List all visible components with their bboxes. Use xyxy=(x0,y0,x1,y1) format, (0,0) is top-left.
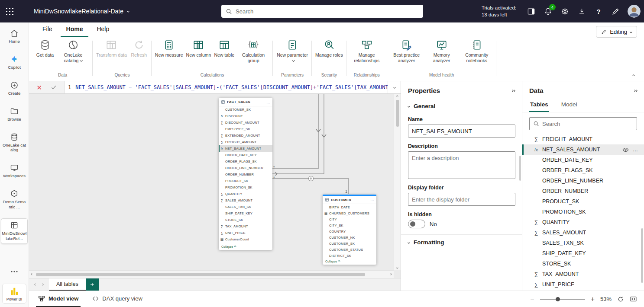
tab-home[interactable]: Home xyxy=(61,22,89,37)
scroll-left-icon[interactable] xyxy=(31,273,33,275)
table-field-row[interactable]: NET_SALES_AMOUNT xyxy=(219,145,272,152)
display-folder-input[interactable] xyxy=(408,193,515,206)
table-field-row[interactable]: SHIP_DATE_KEY xyxy=(219,210,272,217)
refresh-button[interactable]: Refresh xyxy=(129,38,149,58)
table-field-row[interactable]: CUSTOMER_SK xyxy=(219,106,272,113)
model-canvas[interactable]: * * 1 FACT_SALES xyxy=(29,94,401,278)
canvas-horizontal-scrollbar[interactable] xyxy=(29,270,394,278)
transform-data-button[interactable]: Transform data xyxy=(95,38,128,58)
global-search[interactable] xyxy=(221,5,423,18)
new-parameter-button[interactable]: New parameter xyxy=(275,38,310,63)
memory-analyzer-button[interactable]: Memory analyzer xyxy=(424,38,459,63)
sidebar-more-icon[interactable] xyxy=(9,269,19,275)
data-panel-scrollbar[interactable] xyxy=(641,228,643,283)
name-input[interactable] xyxy=(408,125,515,138)
data-field-row[interactable]: PRODUCT_SK xyxy=(522,196,644,207)
table-field-row[interactable]: QUANTITY xyxy=(219,191,272,197)
table-field-row[interactable]: EXTENDED_AMOUNT xyxy=(219,132,272,139)
data-field-row[interactable]: STORE_SK xyxy=(522,259,644,269)
sidebar-item-copilot[interactable]: Copilot xyxy=(1,53,28,72)
sidebar-item-minidw-workspace[interactable]: MiniDwSnowflakeRel... xyxy=(1,218,28,244)
data-search[interactable] xyxy=(529,117,637,130)
user-avatar[interactable] xyxy=(628,5,641,18)
manage-roles-button[interactable]: Manage roles xyxy=(314,38,344,58)
section-formatting[interactable]: Formatting xyxy=(401,235,522,250)
power-bi-app-badge[interactable]: Power BI xyxy=(2,284,26,304)
data-field-row[interactable]: FREIGHT_AMOUNT xyxy=(522,134,644,144)
table-field-row[interactable]: COUNTRY xyxy=(323,228,376,234)
table-field-row[interactable]: BIRTH_DATE xyxy=(323,204,376,210)
table-field-row[interactable]: TAX_AMOUNT xyxy=(219,223,272,230)
get-data-button[interactable]: Get data xyxy=(35,38,55,58)
table-field-row[interactable]: ORDER_NUMBER xyxy=(219,171,272,178)
data-field-row[interactable]: PROMOTION_SK xyxy=(522,207,644,217)
data-field-row[interactable]: NET_SALES_AMOUNT xyxy=(522,144,644,155)
app-launcher-icon[interactable] xyxy=(0,8,19,15)
collapse-panel-icon[interactable] xyxy=(634,90,637,92)
collapse-table-link[interactable]: Collapse xyxy=(323,259,376,265)
is-hidden-toggle[interactable] xyxy=(408,220,425,228)
download-icon[interactable] xyxy=(577,6,586,16)
feedback-icon[interactable] xyxy=(611,6,620,16)
tab-tables[interactable]: Tables xyxy=(529,99,549,112)
sidebar-item-create[interactable]: Create xyxy=(1,79,28,98)
table-header[interactable]: FACT_SALES xyxy=(219,98,272,106)
table-field-row[interactable]: CITY_SK xyxy=(323,222,376,228)
best-practice-analyzer-button[interactable]: Best practice analyzer xyxy=(389,38,424,63)
help-icon[interactable]: ? xyxy=(594,6,603,16)
table-field-row[interactable]: STORE_SK xyxy=(219,217,272,223)
data-field-row[interactable]: SALES_AMOUNT xyxy=(522,227,644,238)
reset-zoom-icon[interactable] xyxy=(617,296,624,303)
tab-forward-icon[interactable] xyxy=(41,283,44,286)
table-field-row[interactable]: ORDER_DATE_KEY xyxy=(219,152,272,158)
sidebar-item-workspaces[interactable]: Workspaces xyxy=(1,161,28,181)
table-field-row[interactable]: CustomerCount xyxy=(219,236,272,243)
settings-gear-icon[interactable] xyxy=(560,6,570,16)
canvas-vertical-scrollbar[interactable] xyxy=(394,94,401,270)
zoom-slider[interactable] xyxy=(540,299,585,300)
calculation-group-button[interactable]: Calculation group xyxy=(236,38,271,63)
collapse-ribbon-icon[interactable] xyxy=(633,70,634,78)
sidebar-item-onelake-catalog[interactable]: OneLake catalog xyxy=(1,131,28,155)
all-tables-tab[interactable]: All tables xyxy=(49,278,86,291)
table-field-row[interactable]: SALES_TXN_SK xyxy=(219,204,272,210)
model-view-tab[interactable]: Model view xyxy=(36,291,81,307)
scroll-down-icon[interactable] xyxy=(396,266,398,269)
zoom-out-icon[interactable]: − xyxy=(530,295,534,303)
table-field-row[interactable]: DISCOUNT_AMOUNT xyxy=(219,119,272,126)
table-header[interactable]: CUSTOMER xyxy=(323,195,376,204)
scroll-up-icon[interactable] xyxy=(396,95,398,98)
collapse-panel-icon[interactable] xyxy=(511,90,515,92)
cancel-formula-icon[interactable] xyxy=(36,85,42,90)
data-field-row[interactable]: SHIP_DATE_KEY xyxy=(522,248,644,259)
collapse-table-link[interactable]: Collapse xyxy=(219,244,272,250)
more-options-icon[interactable] xyxy=(633,147,638,153)
eye-icon[interactable] xyxy=(622,147,629,153)
notifications-bell-icon[interactable]: 4 xyxy=(543,6,553,16)
sidebar-item-browse[interactable]: Browse xyxy=(1,105,28,124)
side-pane-icon[interactable] xyxy=(526,6,536,16)
table-field-row[interactable]: DISTRICT_SK xyxy=(323,253,376,259)
table-field-row[interactable]: CUSTOMER_NK xyxy=(323,234,376,240)
data-field-row[interactable]: ORDER_DATE_KEY xyxy=(522,155,644,165)
fit-to-screen-icon[interactable] xyxy=(630,295,637,303)
table-field-row[interactable]: EMPLOYEE_SK xyxy=(219,126,272,132)
sidebar-item-home[interactable]: Home xyxy=(1,27,28,46)
table-field-row[interactable]: UNIT_PRICE xyxy=(219,230,272,236)
data-field-row[interactable]: TAX_AMOUNT xyxy=(522,269,644,279)
data-search-input[interactable] xyxy=(542,121,633,127)
commit-formula-icon[interactable] xyxy=(51,84,57,90)
table-field-row[interactable]: CUSTOMER_STATUS xyxy=(323,246,376,253)
expand-formula-bar-icon[interactable] xyxy=(388,81,401,93)
table-field-row[interactable]: PROMOTION_SK xyxy=(219,184,272,191)
table-more-icon[interactable] xyxy=(266,100,270,104)
zoom-slider-handle[interactable] xyxy=(556,297,560,301)
scroll-right-icon[interactable] xyxy=(389,273,392,275)
data-field-row[interactable]: ORDER_FLAGS_SK xyxy=(522,165,644,176)
editing-mode-button[interactable]: Editing xyxy=(596,26,637,38)
table-field-row[interactable]: FREIGHT_AMOUNT xyxy=(219,139,272,145)
table-field-row[interactable]: CITY xyxy=(323,216,376,222)
description-input[interactable] xyxy=(408,151,515,179)
document-title[interactable]: MiniDwSnowflakeRelational-Date xyxy=(34,8,129,15)
properties-scrollbar[interactable] xyxy=(519,156,521,181)
